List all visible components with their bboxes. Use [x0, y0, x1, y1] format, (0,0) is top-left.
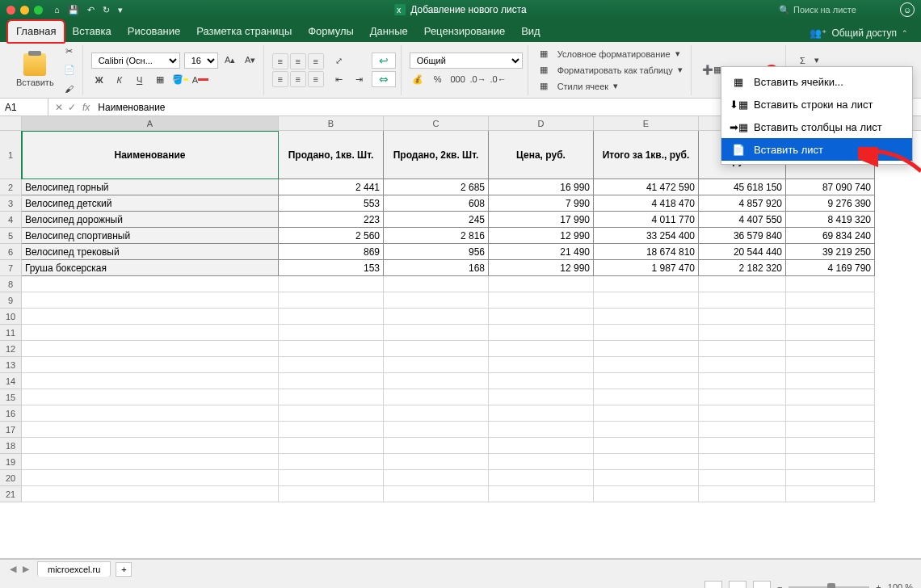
row-header[interactable]: 16	[0, 405, 22, 422]
cell[interactable]	[489, 309, 594, 325]
save-icon[interactable]: 💾	[68, 5, 79, 15]
cell[interactable]: 956	[384, 244, 489, 260]
cell[interactable]	[786, 341, 875, 357]
row-header[interactable]: 6	[0, 244, 22, 260]
cell[interactable]	[384, 292, 489, 309]
cell[interactable]	[22, 357, 279, 373]
cell[interactable]	[786, 292, 875, 309]
currency-icon[interactable]: 💰	[410, 71, 426, 87]
sheet-nav-prev[interactable]: ◀	[6, 564, 19, 574]
cell[interactable]	[384, 486, 489, 502]
row-header[interactable]: 19	[0, 454, 22, 470]
zoom-thumb[interactable]	[827, 583, 835, 589]
cell[interactable]: 2 560	[279, 228, 384, 244]
cell[interactable]	[594, 373, 699, 389]
cell[interactable]	[699, 292, 786, 309]
cell[interactable]: 33 254 400	[594, 228, 699, 244]
cell[interactable]	[22, 422, 279, 438]
cell[interactable]	[384, 422, 489, 438]
cell[interactable]: 21 490	[489, 244, 594, 260]
maximize-window-button[interactable]	[34, 6, 43, 15]
sheet-nav-next[interactable]: ▶	[19, 564, 32, 574]
cell[interactable]	[279, 486, 384, 502]
orientation-icon[interactable]: ⤢	[331, 52, 347, 69]
font-color-button[interactable]: A	[192, 72, 208, 88]
cell[interactable]	[489, 276, 594, 292]
row-header[interactable]: 2	[0, 179, 22, 195]
cell[interactable]	[279, 470, 384, 486]
select-all-corner[interactable]	[0, 116, 22, 130]
cell[interactable]: 608	[384, 195, 489, 212]
merge-button[interactable]: ⇔	[372, 71, 396, 87]
font-size-select[interactable]: 16	[184, 52, 218, 69]
col-header-a[interactable]: A	[22, 116, 279, 130]
row-header[interactable]: 13	[0, 357, 22, 373]
conditional-formatting-button[interactable]: ▦Условное форматирование▾	[536, 48, 686, 61]
cell[interactable]	[699, 454, 786, 470]
menu-insert-cols[interactable]: ➡▦Вставить столбцы на лист	[721, 116, 912, 138]
borders-button[interactable]: ▦	[152, 72, 168, 88]
cell[interactable]	[786, 276, 875, 292]
cell[interactable]	[699, 325, 786, 341]
cell[interactable]: 69 834 240	[786, 228, 875, 244]
menu-insert-cells[interactable]: ▦Вставить ячейки...	[721, 70, 912, 93]
cell[interactable]: 39 219 250	[786, 244, 875, 260]
tab-data[interactable]: Данные	[362, 21, 416, 42]
cell[interactable]	[786, 389, 875, 405]
cell[interactable]: 18 674 810	[594, 244, 699, 260]
cell[interactable]	[22, 292, 279, 309]
normal-view-button[interactable]	[704, 581, 722, 588]
italic-button[interactable]: К	[111, 72, 128, 88]
home-icon[interactable]: ⌂	[54, 5, 60, 15]
cell[interactable]: Велосипед детский	[22, 195, 279, 212]
cell[interactable]	[22, 373, 279, 389]
tab-page-layout[interactable]: Разметка страницы	[188, 21, 300, 42]
cell[interactable]: 8 419 320	[786, 212, 875, 228]
cell[interactable]	[279, 276, 384, 292]
cell[interactable]: 4 407 550	[699, 212, 786, 228]
cell[interactable]: 45 618 150	[699, 179, 786, 195]
zoom-in-button[interactable]: +	[876, 582, 881, 588]
row-header-1[interactable]: 1	[0, 131, 22, 179]
cell[interactable]	[384, 438, 489, 454]
zoom-level[interactable]: 100 %	[888, 582, 913, 588]
cell[interactable]	[594, 309, 699, 325]
cell[interactable]	[279, 309, 384, 325]
cell[interactable]	[699, 357, 786, 373]
cell[interactable]: Груша боксерская	[22, 260, 279, 276]
row-header[interactable]: 14	[0, 373, 22, 389]
cell[interactable]: 2 182 320	[699, 260, 786, 276]
row-header[interactable]: 8	[0, 276, 22, 292]
cell[interactable]	[384, 276, 489, 292]
cell[interactable]	[384, 405, 489, 422]
cell[interactable]: 20 544 440	[699, 244, 786, 260]
cell[interactable]	[594, 422, 699, 438]
increase-indent-icon[interactable]: ⇥	[351, 71, 368, 87]
cell[interactable]	[22, 470, 279, 486]
cell[interactable]	[786, 470, 875, 486]
cell[interactable]	[22, 454, 279, 470]
align-middle-icon[interactable]: ≡	[290, 53, 306, 69]
cell[interactable]	[786, 357, 875, 373]
row-header[interactable]: 15	[0, 389, 22, 405]
cell-e1[interactable]: Итого за 1кв., руб.	[594, 131, 699, 179]
cell[interactable]	[489, 438, 594, 454]
increase-font-icon[interactable]: A▴	[222, 52, 238, 69]
share-button[interactable]: 👥⁺ Общий доступ ⌃	[805, 24, 913, 42]
cell[interactable]: Велосипед дорожный	[22, 212, 279, 228]
menu-insert-sheet[interactable]: 📄Вставить лист	[721, 138, 912, 161]
user-account-button[interactable]: ☺	[900, 2, 915, 17]
cell[interactable]: 553	[279, 195, 384, 212]
underline-button[interactable]: Ч	[132, 72, 148, 88]
paste-button[interactable]: Вставить	[13, 52, 57, 89]
tab-review[interactable]: Рецензирование	[416, 21, 513, 42]
row-header[interactable]: 21	[0, 486, 22, 502]
cell[interactable]: 2 441	[279, 179, 384, 195]
zoom-out-button[interactable]: −	[777, 582, 782, 588]
qat-dropdown-icon[interactable]: ▾	[118, 5, 123, 15]
align-left-icon[interactable]: ≡	[272, 71, 288, 87]
align-top-icon[interactable]: ≡	[272, 53, 288, 69]
col-header-b[interactable]: B	[279, 116, 384, 130]
align-bottom-icon[interactable]: ≡	[308, 53, 324, 69]
copy-icon[interactable]: 📄	[61, 62, 78, 78]
